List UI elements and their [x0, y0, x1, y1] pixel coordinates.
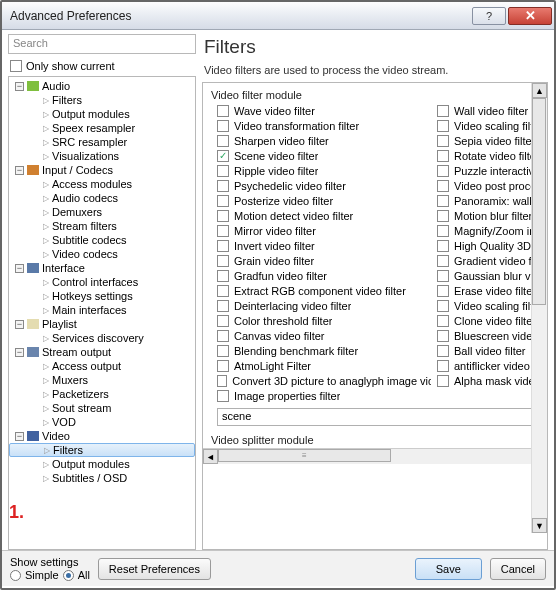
checkbox-icon	[217, 120, 229, 132]
checkbox-icon	[437, 360, 449, 372]
chevron-right-icon: ▷	[43, 404, 49, 413]
filter-checkbox-row[interactable]: Psychedelic video filter	[217, 180, 431, 192]
tree-item-label: Services discovery	[52, 332, 144, 344]
tree-toggle-icon[interactable]: −	[15, 166, 24, 175]
checkbox-icon	[437, 300, 449, 312]
tree-item[interactable]: ▷Visualizations	[9, 149, 195, 163]
filter-checkbox-row[interactable]: Convert 3D picture to anaglyph image vid…	[217, 375, 431, 387]
tree-item[interactable]: ▷Access output	[9, 359, 195, 373]
filter-checkbox-row[interactable]: Scene video filter	[217, 150, 431, 162]
vertical-scrollbar[interactable]: ▲ ▼	[531, 83, 547, 533]
tree-item[interactable]: −Interface	[9, 261, 195, 275]
tree-item[interactable]: ▷Muxers	[9, 373, 195, 387]
filter-label: Invert video filter	[234, 240, 315, 252]
tree-toggle-icon[interactable]: −	[15, 432, 24, 441]
checkbox-icon	[217, 270, 229, 282]
tree-item[interactable]: ▷Demuxers	[9, 205, 195, 219]
filter-label: Posterize video filter	[234, 195, 333, 207]
audio-icon	[27, 81, 39, 91]
tree-item[interactable]: −Audio	[9, 79, 195, 93]
filter-columns: Wave video filterVideo transformation fi…	[203, 105, 547, 402]
checkbox-icon	[437, 285, 449, 297]
save-button[interactable]: Save	[415, 558, 482, 580]
scroll-left-arrow-icon[interactable]: ◄	[203, 449, 218, 464]
tree-item[interactable]: ▷Hotkeys settings	[9, 289, 195, 303]
tree-item[interactable]: ▷Control interfaces	[9, 275, 195, 289]
all-radio[interactable]	[63, 570, 74, 581]
filter-label: Motion blur filter	[454, 210, 532, 222]
tree-item[interactable]: −Video	[9, 429, 195, 443]
tree-item[interactable]: ▷Stream filters	[9, 219, 195, 233]
settings-tree[interactable]: 1. −Audio▷Filters▷Output modules▷Speex r…	[8, 76, 196, 550]
checkbox-icon	[217, 345, 229, 357]
tree-item-label: Filters	[52, 94, 82, 106]
tree-item[interactable]: −Playlist	[9, 317, 195, 331]
stream-icon	[27, 347, 39, 357]
filter-checkbox-row[interactable]: Color threshold filter	[217, 315, 431, 327]
only-show-current-checkbox[interactable]: Only show current	[10, 60, 196, 72]
tree-item[interactable]: −Input / Codecs	[9, 163, 195, 177]
tree-item[interactable]: ▷Subtitles / OSD	[9, 471, 195, 485]
tree-item[interactable]: ▷Packetizers	[9, 387, 195, 401]
filter-checkbox-row[interactable]: Invert video filter	[217, 240, 431, 252]
filter-checkbox-row[interactable]: Video transformation filter	[217, 120, 431, 132]
filter-checkbox-row[interactable]: AtmoLight Filter	[217, 360, 431, 372]
filter-label: Ripple video filter	[234, 165, 318, 177]
filter-checkbox-row[interactable]: Sharpen video filter	[217, 135, 431, 147]
filter-checkbox-row[interactable]: Gradfun video filter	[217, 270, 431, 282]
tree-item[interactable]: ▷Speex resampler	[9, 121, 195, 135]
close-button[interactable]: ✕	[508, 7, 552, 25]
tree-item-label: SRC resampler	[52, 136, 127, 148]
cancel-button[interactable]: Cancel	[490, 558, 546, 580]
filter-label: Extract RGB component video filter	[234, 285, 406, 297]
filter-checkbox-row[interactable]: Motion detect video filter	[217, 210, 431, 222]
tree-item[interactable]: ▷Services discovery	[9, 331, 195, 345]
filter-checkbox-row[interactable]: Blending benchmark filter	[217, 345, 431, 357]
filter-edit-input[interactable]: scene	[217, 408, 539, 426]
tree-item[interactable]: ▷Subtitle codecs	[9, 233, 195, 247]
filter-label: Wall video filter	[454, 105, 528, 117]
checkbox-icon	[217, 135, 229, 147]
tree-item[interactable]: ▷Filters	[9, 93, 195, 107]
tree-item[interactable]: ▷Audio codecs	[9, 191, 195, 205]
video-icon	[27, 431, 39, 441]
simple-radio[interactable]	[10, 570, 21, 581]
filter-checkbox-row[interactable]: Image properties filter	[217, 390, 431, 402]
tree-toggle-icon[interactable]: −	[15, 82, 24, 91]
help-button[interactable]: ?	[472, 7, 506, 25]
tree-item[interactable]: ▷SRC resampler	[9, 135, 195, 149]
tree-toggle-icon[interactable]: −	[15, 320, 24, 329]
tree-item[interactable]: ▷VOD	[9, 415, 195, 429]
scroll-down-arrow-icon[interactable]: ▼	[532, 518, 547, 533]
filter-checkbox-row[interactable]: Wave video filter	[217, 105, 431, 117]
chevron-right-icon: ▷	[43, 334, 49, 343]
checkbox-icon	[217, 330, 229, 342]
scroll-thumb-vertical[interactable]	[532, 98, 546, 305]
tree-item[interactable]: ▷Output modules	[9, 457, 195, 471]
tree-item[interactable]: ▷Access modules	[9, 177, 195, 191]
horizontal-scrollbar[interactable]: ◄ ≡ ►	[203, 448, 547, 464]
tree-item[interactable]: ▷Output modules	[9, 107, 195, 121]
filter-checkbox-row[interactable]: Deinterlacing video filter	[217, 300, 431, 312]
tree-item[interactable]: ▷Filters	[9, 443, 195, 457]
tree-toggle-icon[interactable]: −	[15, 264, 24, 273]
tree-item[interactable]: ▷Sout stream	[9, 401, 195, 415]
filter-checkbox-row[interactable]: Mirror video filter	[217, 225, 431, 237]
tree-item[interactable]: −Stream output	[9, 345, 195, 359]
scroll-thumb[interactable]: ≡	[218, 449, 391, 462]
checkbox-icon	[217, 165, 229, 177]
filter-checkbox-row[interactable]: Ripple video filter	[217, 165, 431, 177]
tree-toggle-icon[interactable]: −	[15, 348, 24, 357]
scroll-track[interactable]: ≡	[218, 449, 532, 464]
search-input[interactable]: Search	[8, 34, 196, 54]
filter-checkbox-row[interactable]: Posterize video filter	[217, 195, 431, 207]
reset-preferences-button[interactable]: Reset Preferences	[98, 558, 211, 580]
tree-item[interactable]: ▷Video codecs	[9, 247, 195, 261]
filter-checkbox-row[interactable]: Extract RGB component video filter	[217, 285, 431, 297]
filter-checkbox-row[interactable]: Canvas video filter	[217, 330, 431, 342]
scroll-up-arrow-icon[interactable]: ▲	[532, 83, 547, 98]
tree-item-label: Subtitles / OSD	[52, 472, 127, 484]
tree-item[interactable]: ▷Main interfaces	[9, 303, 195, 317]
checkbox-icon	[217, 195, 229, 207]
filter-checkbox-row[interactable]: Grain video filter	[217, 255, 431, 267]
